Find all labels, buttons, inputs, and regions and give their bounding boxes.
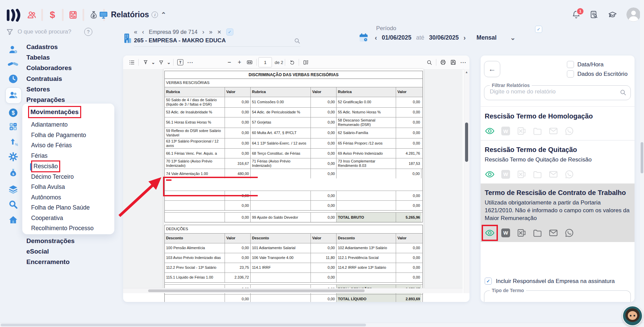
fit-width-icon[interactable] — [245, 58, 255, 67]
period-checkbox[interactable]: ✓ — [535, 26, 542, 33]
magnifier-icon[interactable] — [8, 200, 18, 209]
clear-company-icon[interactable]: ✕ — [217, 29, 222, 35]
highlighter-chevron-icon[interactable]: ⌄ — [151, 58, 156, 67]
window-horizontal-scrollbar[interactable] — [0, 323, 644, 327]
submenu-item-folha-de-plano-saude[interactable]: Folha de Plano Saúde — [31, 204, 90, 211]
sidebar-item-setores[interactable]: Setores — [26, 86, 50, 93]
toolbar-more-icon[interactable]: ··· — [185, 58, 196, 67]
word-icon[interactable]: W — [501, 126, 511, 136]
notifications-bell-icon[interactable]: 1 — [572, 10, 581, 19]
prev-company-icon[interactable]: ‹ — [142, 28, 144, 36]
info-icon[interactable]: i — [152, 12, 158, 18]
pen-chevron-icon[interactable]: ⌄ — [166, 58, 171, 67]
eye-icon[interactable] — [485, 169, 495, 179]
sidebar-item-colaboradores[interactable]: Colaboradores — [26, 64, 72, 72]
mail-icon[interactable] — [548, 126, 558, 136]
mail-icon[interactable] — [548, 169, 558, 179]
help-icon[interactable]: ? — [84, 28, 92, 36]
home-icon[interactable] — [8, 215, 18, 225]
sidebar-item-contratuais[interactable]: Contratuais — [26, 75, 62, 83]
folder-icon[interactable] — [532, 126, 543, 136]
submenu-item-aviso-de-ferias[interactable]: Aviso de Férias — [31, 142, 72, 149]
filter-search-icon[interactable] — [620, 89, 626, 96]
thumbnails-icon[interactable] — [127, 58, 137, 67]
text-tool-icon[interactable]: T — [175, 58, 185, 67]
collapse-chevron-icon[interactable]: ⌃ — [161, 11, 166, 19]
whatsapp-icon[interactable] — [564, 126, 574, 136]
checked-checkbox-icon[interactable]: ✓ — [485, 278, 492, 285]
company-filter-checkbox[interactable]: ✓ — [226, 28, 233, 36]
submenu-item-recolhimento-processo[interactable]: Recolhimento Processo — [31, 225, 94, 232]
report-item[interactable]: Termo de Rescisão de Contrato de Trabalh… — [481, 183, 635, 242]
submenu-item-rescisao[interactable]: Rescisão — [33, 163, 58, 170]
page-view-icon[interactable] — [301, 58, 311, 67]
audit-log-icon[interactable] — [590, 10, 599, 19]
submenu-item-adiantamento[interactable]: Adiantamento — [31, 121, 68, 128]
period-mode-select[interactable]: Mensal — [477, 34, 497, 41]
global-search-input[interactable] — [17, 28, 81, 36]
submenu-item-ferias[interactable]: Férias — [31, 152, 48, 159]
report-item[interactable]: Rescisão Termo de QuitaçãoRescisão Termo… — [481, 140, 635, 183]
submenu-item-cooperativa[interactable]: Cooperativa — [31, 215, 63, 222]
submenu-item-decimo-terceiro[interactable]: Décimo Terceiro — [31, 173, 74, 180]
checkbox-icon[interactable] — [567, 70, 574, 78]
sidebar-item-encerramento[interactable]: Encerramento — [26, 258, 70, 266]
report-item[interactable]: Rescisão Termo de HomologaçãoW — [481, 107, 635, 140]
user-avatar[interactable] — [626, 7, 641, 22]
dollar-icon[interactable]: $ — [43, 9, 62, 20]
sidebar-item-tabelas[interactable]: Tabelas — [26, 54, 50, 61]
pen-icon[interactable] — [156, 58, 166, 67]
period-end-date[interactable]: 30/06/2025 — [429, 34, 459, 41]
submenu-item-folha-de-pagamento[interactable]: Folha de Pagamento — [31, 132, 86, 139]
excel-icon[interactable] — [516, 169, 527, 179]
training-cap-icon[interactable] — [607, 10, 618, 19]
back-button[interactable]: ← — [484, 61, 500, 77]
app-logo-icon[interactable] — [6, 9, 20, 22]
term-type-field[interactable]: Tipo de Termo — [484, 290, 631, 302]
eye-icon[interactable] — [485, 228, 495, 238]
filter-funnel-icon[interactable] — [6, 28, 14, 36]
eye-icon[interactable] — [485, 126, 495, 136]
print-icon[interactable] — [438, 58, 448, 67]
layers-icon[interactable] — [8, 184, 18, 194]
sidebar-item-esocial[interactable]: eSocial — [26, 248, 49, 255]
folder-icon[interactable] — [532, 169, 543, 179]
company-name-field[interactable]: 265 - EMPRESA - MAKRO EDUCA — [134, 37, 300, 47]
pdf-more-icon[interactable]: ··· — [458, 58, 468, 67]
user-settings-icon[interactable] — [8, 45, 18, 55]
window-vertical-scrollbar[interactable] — [640, 0, 644, 327]
whatsapp-icon[interactable] — [564, 228, 574, 238]
handshake-icon[interactable] — [8, 60, 19, 68]
scrollbar-thumb[interactable] — [148, 289, 365, 292]
scrollbar-thumb[interactable] — [1, 324, 366, 326]
period-start-date[interactable]: 01/06/2025 — [382, 34, 412, 41]
gear-icon[interactable] — [8, 152, 18, 162]
submenu-item-autonomos[interactable]: Autônomos — [31, 194, 61, 201]
next-company-icon[interactable]: › — [202, 28, 204, 36]
submenu-item-folha-avulsa[interactable]: Folha Avulsa — [31, 183, 65, 191]
folder-icon[interactable] — [532, 228, 543, 238]
include-signature-checkbox-row[interactable]: ✓ Incluir Responsável da Empresa na assi… — [485, 278, 615, 285]
scrollbar-thumb[interactable] — [465, 123, 468, 162]
clock-icon[interactable] — [8, 74, 18, 84]
calculator-icon[interactable] — [64, 10, 83, 20]
scrollbar-thumb[interactable] — [641, 142, 643, 173]
sidebar-item-preparacoes[interactable]: Preparações — [26, 96, 65, 104]
company-search-icon[interactable] — [294, 38, 300, 44]
page-number-input[interactable] — [258, 57, 272, 67]
zoom-in-icon[interactable]: + — [234, 58, 245, 67]
assistant-mascot-avatar[interactable] — [622, 306, 643, 326]
zoom-out-icon[interactable]: − — [224, 58, 234, 67]
scroll-up-icon[interactable]: ▲ — [465, 70, 468, 74]
collaborators-icon[interactable] — [8, 90, 18, 100]
checkbox-icon[interactable] — [567, 61, 574, 68]
mail-icon[interactable] — [548, 228, 558, 238]
last-company-icon[interactable]: » — [209, 28, 212, 36]
filter-reports-input[interactable] — [489, 88, 612, 95]
sidebar-item-cadastros[interactable]: Cadastros — [26, 43, 58, 51]
excel-icon[interactable] — [516, 126, 527, 136]
pdf-search-icon[interactable] — [424, 58, 434, 67]
money-bag-blue-icon[interactable]: $ — [8, 168, 18, 177]
toggle-dados-escritorio[interactable]: Dados do Escritório — [567, 70, 627, 78]
excel-icon[interactable] — [516, 228, 527, 238]
